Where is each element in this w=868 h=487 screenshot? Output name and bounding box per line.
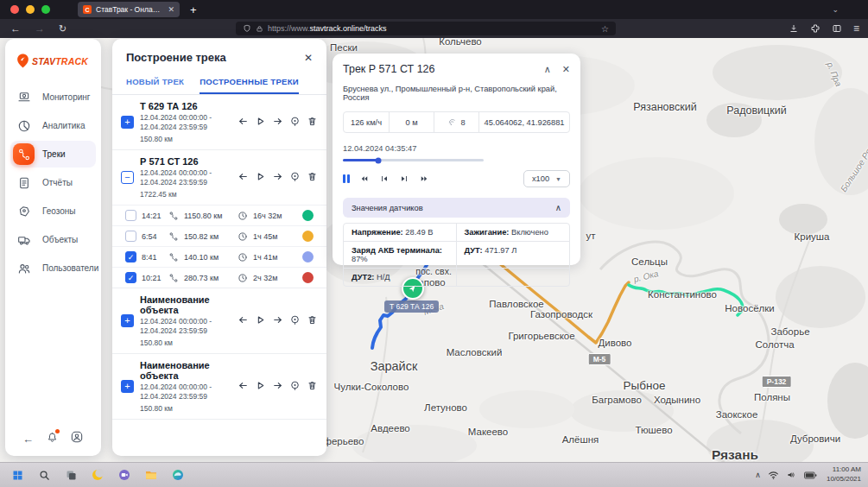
system-tray: ∧ 11:00 AM 10/05/2021 — [755, 465, 861, 484]
vehicle-label-badge[interactable]: Т 629 ТА 126 — [384, 300, 439, 313]
locate-on-map-icon[interactable] — [289, 170, 301, 186]
taskbar-clock[interactable]: 11:00 AM 10/05/2021 — [827, 465, 861, 484]
play-track-icon[interactable] — [255, 379, 266, 395]
segment-checkbox[interactable]: ✓ — [125, 251, 136, 262]
track-detail-panel: Трек Р 571 СТ 126 ∧ ✕ Бруснева ул., Пром… — [333, 54, 580, 265]
route-icon — [168, 252, 179, 262]
segment-time: 8:41 — [142, 253, 163, 262]
expand-toggle[interactable]: − — [121, 171, 134, 184]
sidebar-item-отчёты[interactable]: Отчёты — [10, 169, 96, 196]
speed-value: 126 км/ч — [344, 112, 390, 132]
track-name: Наименование объекта — [140, 294, 231, 315]
app-sidebar: STAVTRACK Мониторинг Аналитика Треки Отч… — [5, 39, 101, 456]
browser-tab[interactable]: C СтавТрак - Онлайн мониторин ✕ — [78, 2, 180, 17]
sidebar-toggle-icon[interactable] — [832, 23, 842, 34]
close-detail-icon[interactable]: ✕ — [562, 64, 570, 75]
teams-icon[interactable] — [114, 465, 135, 485]
new-tab-button[interactable]: + — [190, 3, 197, 16]
tab-close-icon[interactable]: ✕ — [168, 5, 174, 14]
playback-speed-select[interactable]: x100▼ — [523, 170, 570, 187]
play-track-icon[interactable] — [255, 170, 266, 186]
sensor-value: ДУТ: 471.97 Л — [457, 241, 570, 268]
window-controls[interactable] — [10, 5, 50, 14]
start-button[interactable] — [7, 465, 28, 485]
sensor-value: Зажигание: Включено — [457, 224, 570, 241]
rewind-button[interactable] — [359, 174, 370, 184]
delete-track-icon[interactable] — [307, 313, 318, 329]
sidebar-item-геозоны[interactable]: Геозоны — [10, 198, 96, 225]
jump-end-icon[interactable] — [272, 379, 283, 395]
close-window-button[interactable] — [10, 5, 19, 14]
delete-track-icon[interactable] — [307, 170, 318, 186]
profile-icon[interactable] — [70, 430, 84, 447]
locate-on-map-icon[interactable] — [289, 115, 301, 130]
sidebar-item-пользователи[interactable]: Пользователи — [10, 255, 96, 281]
play-track-icon[interactable] — [255, 115, 266, 130]
jump-start-icon[interactable] — [238, 379, 249, 395]
segment-checkbox[interactable]: ✓ — [125, 272, 136, 283]
clock-icon — [238, 273, 248, 283]
sensors-section-header[interactable]: Значения датчиков ∧ — [343, 198, 570, 218]
collapse-sidebar-icon[interactable]: ← — [22, 433, 34, 446]
notifications-bell-icon[interactable] — [46, 431, 59, 447]
track-panel-tabs: НОВЫЙ ТРЕКПОСТРОЕННЫЕ ТРЕКИ — [112, 73, 326, 95]
sidebar-item-треки[interactable]: Треки — [10, 141, 96, 168]
sidebar-item-аналитика[interactable]: Аналитика — [10, 112, 96, 139]
delete-track-icon[interactable] — [307, 379, 318, 395]
firefox-icon[interactable] — [87, 465, 108, 485]
jump-start-icon[interactable] — [238, 115, 249, 130]
play-track-icon[interactable] — [255, 313, 266, 329]
jump-start-icon[interactable] — [238, 170, 249, 186]
reload-button[interactable]: ↻ — [59, 23, 67, 35]
segment-checkbox[interactable] — [125, 210, 136, 221]
step-back-button[interactable] — [379, 174, 390, 184]
maximize-window-button[interactable] — [41, 5, 50, 14]
jump-end-icon[interactable] — [272, 170, 283, 186]
jump-end-icon[interactable] — [272, 313, 283, 329]
downloads-icon[interactable] — [789, 23, 799, 34]
volume-icon[interactable] — [786, 470, 797, 480]
tracking-shield-icon[interactable] — [243, 24, 251, 33]
sidebar-item-объекты[interactable]: Объекты — [10, 226, 96, 253]
minimize-window-button[interactable] — [26, 5, 35, 14]
file-explorer-icon[interactable] — [141, 465, 162, 485]
tab[interactable]: НОВЫЙ ТРЕК — [126, 73, 184, 94]
expand-toggle[interactable]: + — [121, 314, 134, 327]
sensors-collapse-icon[interactable]: ∧ — [555, 203, 561, 212]
wifi-icon[interactable] — [768, 471, 779, 480]
tab[interactable]: ПОСТРОЕННЫЕ ТРЕКИ — [200, 73, 299, 94]
fast-forward-button[interactable] — [419, 174, 429, 184]
lock-icon — [256, 25, 263, 33]
expand-toggle[interactable]: + — [121, 116, 134, 129]
forward-button[interactable]: → — [35, 22, 45, 35]
jump-end-icon[interactable] — [272, 115, 283, 130]
segment-checkbox[interactable] — [125, 231, 136, 242]
extensions-icon[interactable] — [810, 23, 820, 34]
expand-toggle[interactable]: + — [121, 380, 134, 393]
menu-icon[interactable]: ≡ — [853, 22, 859, 35]
track-distance: 150.80 км — [140, 135, 231, 143]
playback-slider[interactable] — [343, 159, 484, 161]
search-icon[interactable] — [34, 465, 54, 485]
collapse-panel-icon[interactable]: ∧ — [544, 64, 551, 75]
tab-overflow-chevron-icon[interactable]: ⌄ — [832, 5, 839, 14]
task-view-icon[interactable] — [60, 465, 81, 485]
jump-start-icon[interactable] — [238, 313, 249, 329]
sidebar-nav: Мониторинг Аналитика Треки Отчёты Геозон… — [5, 79, 101, 287]
track-period: 12.04.2024 00:00:00 - 12.04.2024 23:59:5… — [140, 168, 231, 187]
pause-button[interactable] — [343, 174, 350, 183]
close-panel-icon[interactable]: ✕ — [304, 52, 313, 64]
tray-chevron-icon[interactable]: ∧ — [755, 471, 761, 479]
locate-on-map-icon[interactable] — [289, 379, 301, 395]
locate-on-map-icon[interactable] — [289, 313, 301, 329]
url-bar[interactable]: https://www.stavtrack.online/tracks ☆ — [236, 22, 616, 35]
delete-track-icon[interactable] — [307, 115, 318, 130]
slider-knob[interactable] — [375, 157, 381, 163]
battery-icon[interactable] — [804, 471, 817, 480]
back-button[interactable]: ← — [10, 22, 21, 35]
sidebar-item-мониторинг[interactable]: Мониторинг — [10, 84, 96, 111]
map-place-label: Ходынино — [654, 395, 700, 405]
step-forward-button[interactable] — [399, 174, 409, 184]
edge-icon[interactable] — [168, 465, 188, 485]
bookmark-star-icon[interactable]: ☆ — [601, 24, 609, 34]
